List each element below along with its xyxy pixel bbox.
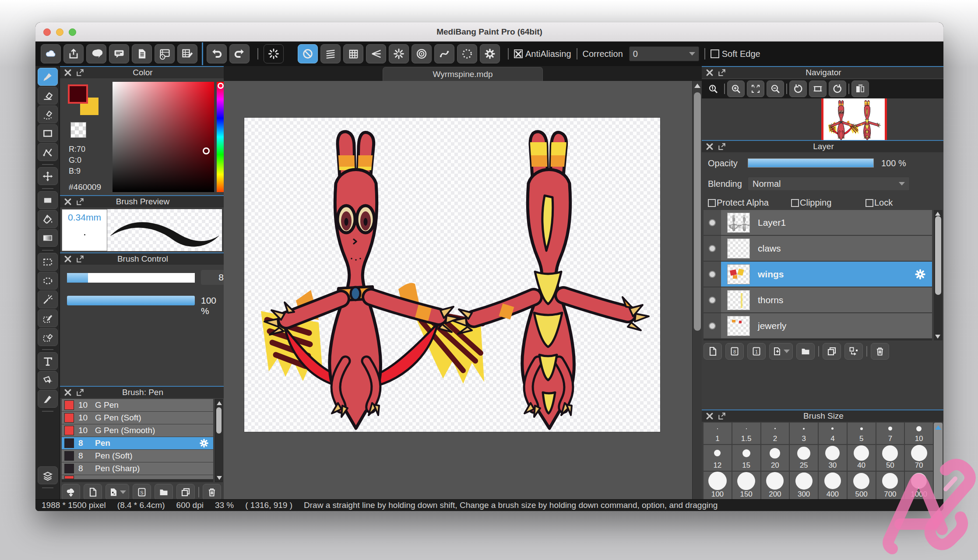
rotate-reset-view-button[interactable] (264, 44, 284, 63)
visibility-gutter[interactable] (704, 287, 721, 312)
visibility-gutter[interactable] (704, 236, 721, 261)
brush-size-slider[interactable] (67, 273, 195, 283)
snap-ellipse-button[interactable] (457, 44, 477, 63)
navigator-thumbnail[interactable] (821, 98, 887, 140)
move-tool[interactable] (38, 167, 58, 185)
cloud-button[interactable] (41, 44, 61, 63)
brush-size-option[interactable]: 700 (876, 472, 904, 500)
close-window-button[interactable] (43, 28, 51, 36)
new-1bit-layer-button[interactable] (747, 343, 766, 360)
delete-brush-button[interactable] (203, 484, 221, 500)
message-button[interactable] (109, 44, 129, 63)
export-button[interactable] (63, 44, 84, 63)
scroll-down-arrow[interactable] (935, 335, 940, 339)
shape-tool[interactable] (38, 124, 58, 142)
layer-visible-icon[interactable] (709, 271, 716, 278)
download-brush-button[interactable] (62, 484, 80, 500)
gradient-tool[interactable] (38, 229, 58, 247)
brush-size-option[interactable]: 12 (704, 445, 732, 471)
add-brush-menu-button[interactable] (106, 484, 129, 500)
brush-size-option[interactable]: 25 (790, 445, 818, 471)
close-icon[interactable] (705, 142, 714, 151)
brush-row-partial[interactable] (62, 475, 213, 480)
operation-tool[interactable] (38, 371, 58, 389)
antialiasing-checkbox-box[interactable] (514, 49, 523, 58)
brush-size-option[interactable]: 70 (905, 445, 933, 471)
brush-row[interactable]: 10 G Pen (Soft) (62, 412, 213, 424)
brush-size-option[interactable]: 300 (790, 472, 818, 500)
popout-icon[interactable] (76, 197, 84, 206)
brush-size-scrollbar[interactable] (934, 423, 943, 500)
layer-list-scrollbar[interactable] (934, 210, 943, 340)
brush-size-value[interactable]: 8 (201, 270, 224, 285)
brush-size-option[interactable]: 1.5 (732, 423, 760, 444)
scroll-up-arrow[interactable] (935, 212, 940, 216)
clipping-box[interactable] (791, 199, 799, 207)
brush-row-selected[interactable]: 8 Pen (62, 437, 213, 450)
snap-grid-button[interactable] (343, 44, 363, 63)
brush-size-option[interactable]: 7 (876, 423, 904, 444)
visibility-gutter[interactable] (704, 262, 721, 287)
popout-icon[interactable] (76, 388, 84, 397)
snap-parallel-button[interactable] (320, 44, 341, 63)
navigator-thumbnail-area[interactable] (702, 98, 943, 140)
layer-row[interactable]: jewerly (704, 313, 932, 339)
eraser-tool[interactable] (38, 87, 58, 105)
layer-opacity-slider[interactable] (748, 158, 874, 168)
script-brush-button[interactable] (133, 484, 151, 500)
brush-size-option[interactable]: 40 (848, 445, 876, 471)
brush-size-option[interactable]: 30 (819, 445, 847, 471)
close-icon[interactable] (63, 197, 72, 206)
brush-tool[interactable] (38, 68, 58, 86)
fill-shape-tool[interactable] (38, 191, 58, 209)
brush-size-option[interactable]: 50 (876, 445, 904, 471)
redo-button[interactable] (229, 44, 250, 63)
soft-edge-checkbox[interactable]: Soft Edge (711, 49, 760, 59)
blending-dropdown[interactable]: Normal (748, 177, 910, 191)
snap-off-button[interactable] (298, 44, 318, 63)
foreground-color-swatch[interactable] (68, 84, 88, 104)
document-tab[interactable]: Wyrmspine.mdp (383, 67, 543, 81)
canvas-viewport[interactable] (224, 81, 692, 511)
undo-button[interactable] (207, 44, 227, 63)
layer-settings-gear-icon[interactable] (915, 269, 926, 280)
brush-row[interactable]: 10 G Pen (Smooth) (62, 424, 213, 437)
popout-icon[interactable] (718, 68, 726, 77)
snap-curve-button[interactable] (434, 44, 454, 63)
correction-dropdown[interactable]: 0 (629, 46, 699, 61)
duplicate-brush-button[interactable] (176, 484, 195, 500)
protect-alpha-box[interactable] (708, 199, 716, 207)
artboard[interactable] (244, 118, 660, 432)
select-pen-tool[interactable] (38, 309, 58, 327)
brush-size-option[interactable]: 2 (761, 423, 789, 444)
snap-concentric-button[interactable] (412, 44, 432, 63)
fit-screen-button[interactable] (747, 80, 764, 97)
zoom-window-button[interactable] (69, 28, 76, 36)
brush-row[interactable]: 10 G Pen (62, 399, 213, 412)
brush-size-option[interactable]: 20 (761, 445, 789, 471)
rotate-reset-button[interactable] (809, 80, 827, 97)
add-layer-menu-button[interactable] (769, 343, 793, 360)
layer-visible-icon[interactable] (709, 322, 716, 329)
lock-box[interactable] (865, 199, 873, 207)
curve-pen-tool[interactable] (38, 143, 58, 161)
lock-checkbox[interactable]: Lock (865, 198, 893, 208)
scrollbar-thumb[interactable] (935, 216, 941, 295)
popout-icon[interactable] (718, 142, 726, 151)
brush-size-option[interactable]: 3 (790, 423, 818, 444)
brush-size-option[interactable]: 5 (848, 423, 876, 444)
close-icon[interactable] (705, 412, 714, 420)
popout-icon[interactable] (718, 412, 726, 420)
layer-row[interactable]: claws (704, 236, 932, 262)
new-layer-button[interactable] (704, 343, 722, 360)
timelapse-button[interactable] (155, 44, 175, 63)
layer-row[interactable]: Layer1 (704, 210, 932, 236)
brush-size-option[interactable]: 200 (761, 472, 789, 500)
minimize-window-button[interactable] (56, 28, 63, 36)
scroll-up-arrow[interactable] (217, 401, 222, 405)
close-icon[interactable] (63, 68, 72, 77)
brush-size-option[interactable]: 10 (905, 423, 933, 444)
rotate-right-button[interactable] (829, 80, 846, 97)
layer-visible-icon[interactable] (709, 219, 716, 226)
clipping-checkbox[interactable]: Clipping (791, 198, 865, 208)
